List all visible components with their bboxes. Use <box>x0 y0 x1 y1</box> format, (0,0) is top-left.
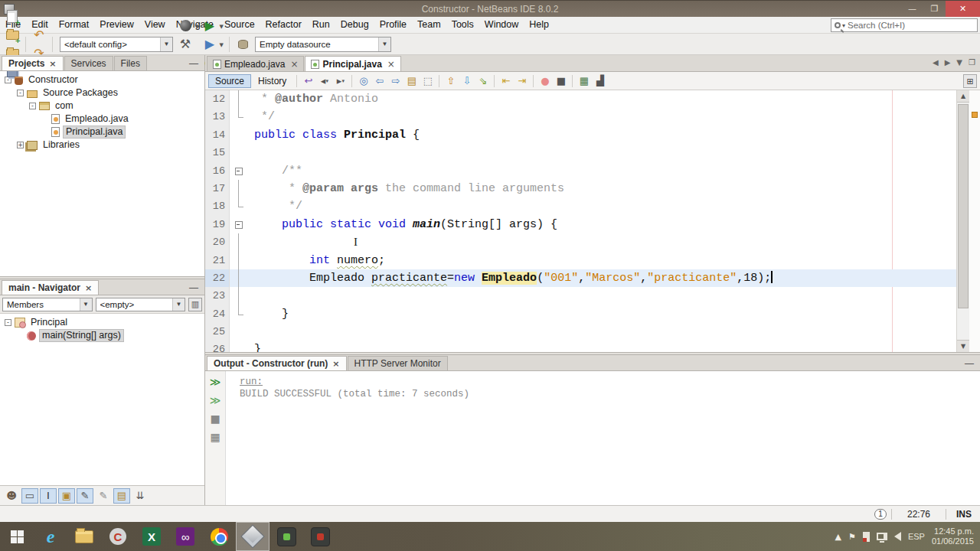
scroll-left-icon[interactable]: ◀ <box>933 58 939 67</box>
find-selection-icon[interactable]: ◎ <box>355 73 371 89</box>
new-file-icon[interactable]: + <box>3 8 21 26</box>
navigator-view-icon[interactable]: ▥ <box>188 298 202 311</box>
code-area[interactable]: 12 * @author Antonio13 */14public class … <box>205 90 956 352</box>
previous-bookmark-icon[interactable]: ⇧ <box>443 73 459 89</box>
next-occurrence-icon[interactable]: ⇨ <box>387 73 403 89</box>
next-bookmark-icon[interactable]: ⇩ <box>459 73 475 89</box>
taskbar-chrome[interactable] <box>202 522 236 551</box>
close-icon[interactable]: × <box>49 59 56 69</box>
code-text[interactable]: } <box>248 341 956 352</box>
datasource-icon[interactable] <box>234 35 252 54</box>
fold-line-icon[interactable] <box>230 269 248 287</box>
code-text[interactable] <box>248 144 956 161</box>
editor-scrollbar[interactable]: ▲ ▼ <box>956 90 969 352</box>
code-text[interactable]: * @param args the command line arguments <box>248 180 956 197</box>
lock-icon[interactable]: ▣ <box>58 488 75 504</box>
expand-icon[interactable]: + <box>17 142 24 148</box>
output-tab-http-server-monitor[interactable]: HTTP Server Monitor <box>348 356 448 370</box>
close-icon[interactable]: × <box>85 283 92 293</box>
rerun-button[interactable]: ≫ <box>207 374 224 390</box>
collapse-icon[interactable]: - <box>5 319 11 326</box>
fold-line-icon[interactable] <box>230 233 248 251</box>
rerun-with-args-button[interactable]: ≫ <box>207 393 224 408</box>
chevron-down-icon[interactable]: ▼ <box>378 37 390 51</box>
navigator-tab-main-navigator[interactable]: main - Navigator× <box>2 280 99 295</box>
chevron-down-icon[interactable]: ▾ <box>325 78 328 84</box>
chevron-down-icon[interactable]: ▾ <box>341 78 345 84</box>
quick-search[interactable]: ▾ <box>831 18 978 32</box>
taskbar-visual-studio[interactable]: ∞ <box>168 522 202 551</box>
fold-line-icon[interactable] <box>230 252 248 269</box>
menu-refactor[interactable]: Refactor <box>260 17 307 33</box>
code-text[interactable]: */ <box>248 197 956 215</box>
chevron-down-icon[interactable]: ▼ <box>220 24 224 30</box>
menu-format[interactable]: Format <box>54 17 95 33</box>
menu-run[interactable]: Run <box>307 17 335 33</box>
source-view-button[interactable]: Source <box>208 74 251 88</box>
history-view-button[interactable]: History <box>251 74 293 88</box>
macro-stop-icon[interactable]: ■ <box>553 73 569 89</box>
projects-tab-services[interactable]: Services <box>64 56 113 70</box>
tree-item-principal[interactable]: -Principal <box>0 316 204 329</box>
taskbar-app-dark-1[interactable] <box>270 522 303 551</box>
pencil-icon[interactable]: ✎ <box>77 488 93 504</box>
select-region-icon[interactable]: ▭ <box>21 488 38 504</box>
maximize-button[interactable]: ❐ <box>923 1 946 17</box>
fold-box-icon[interactable] <box>230 162 248 180</box>
chevron-down-icon[interactable]: ▼ <box>172 298 185 311</box>
close-button[interactable]: ✕ <box>946 1 980 17</box>
warning-mark[interactable] <box>972 112 978 118</box>
menu-help[interactable]: Help <box>524 17 554 33</box>
pencil-alt-icon[interactable]: ✎ <box>95 488 112 504</box>
build-project-icon[interactable]: ⚒ <box>176 35 194 54</box>
undo-icon[interactable]: ↶ <box>30 26 48 44</box>
projects-tab-projects[interactable]: Projects× <box>2 56 64 70</box>
code-text[interactable]: I <box>248 233 956 251</box>
fold-line-icon[interactable] <box>230 287 248 305</box>
code-text[interactable] <box>248 287 956 305</box>
notebook-icon[interactable]: ▤ <box>113 488 130 504</box>
previous-occurrence-icon[interactable]: ⇦ <box>371 73 387 89</box>
config-combo[interactable]: <default config> ▼ <box>60 37 173 52</box>
back-icon[interactable]: ◂▾ <box>316 73 332 89</box>
code-text[interactable]: public class Principal { <box>248 126 956 144</box>
fold-line-icon[interactable] <box>230 90 248 108</box>
collapse-icon[interactable]: - <box>29 103 36 109</box>
taskbar-start[interactable] <box>0 522 34 551</box>
error-stripe[interactable] <box>969 90 980 352</box>
chevron-down-icon[interactable]: ▼ <box>160 37 172 51</box>
navigator-empty-combo[interactable]: <empty> ▼ <box>96 298 186 311</box>
tree-item-principal-java[interactable]: Principal.java <box>0 126 204 139</box>
fold-box-icon[interactable] <box>230 216 248 233</box>
next-error-icon[interactable]: ⇘ <box>475 73 491 89</box>
menu-tools[interactable]: Tools <box>446 17 479 33</box>
tree-item-main-string-args-[interactable]: main(String[] args) <box>0 329 204 342</box>
tree-item-source-packages[interactable]: -Source Packages <box>0 86 204 99</box>
download-arrows-icon[interactable]: ⇊ <box>132 488 149 504</box>
code-text[interactable]: Empleado practicante=new Empleado("001",… <box>248 269 956 287</box>
text-cursor-icon[interactable]: I <box>40 488 57 504</box>
scrollbar-track[interactable] <box>957 103 969 340</box>
menu-debug[interactable]: Debug <box>335 17 374 33</box>
fold-end-icon[interactable] <box>230 197 248 215</box>
scroll-down-icon[interactable]: ▼ <box>957 340 969 352</box>
stop-button[interactable]: ■ <box>207 411 224 426</box>
fold-end-icon[interactable] <box>230 305 248 323</box>
fold-line-icon[interactable] <box>230 180 248 197</box>
code-text[interactable]: int numero; <box>248 252 956 269</box>
minimize-panel-icon[interactable]: — <box>965 358 974 369</box>
forward-icon[interactable]: ▸▾ <box>332 73 348 89</box>
editor-tab-empleado-java[interactable]: Empleado.java× <box>207 56 304 71</box>
clock[interactable]: 12:45 p.m. 01/06/2015 <box>932 527 974 546</box>
tree-item-empleado-java[interactable]: Empleado.java <box>0 112 204 126</box>
last-edit-icon[interactable]: ↩ <box>300 73 316 89</box>
code-text[interactable]: * @author Antonio <box>248 90 956 108</box>
chevron-down-icon[interactable]: ▼ <box>195 24 199 30</box>
comment-icon[interactable]: ▦ <box>576 73 592 89</box>
output-line[interactable]: run: <box>240 376 980 388</box>
presenter-icon[interactable]: ☻ <box>3 488 20 504</box>
clear-button[interactable]: ▦ <box>207 429 224 445</box>
toggle-highlight-icon[interactable]: ▤ <box>403 73 420 89</box>
volume-icon[interactable] <box>894 532 901 541</box>
taskbar-internet-explorer[interactable]: e <box>34 522 67 551</box>
